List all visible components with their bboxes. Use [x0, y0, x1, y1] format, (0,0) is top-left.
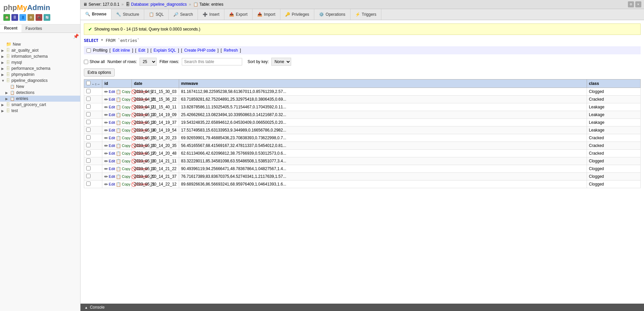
sidebar-item-perf-schema[interactable]: ▶ 🗄 performance_schema — [0, 65, 80, 71]
tab-privileges[interactable]: 🔑 Privileges — [280, 9, 314, 20]
sidebar-item-air-quality[interactable]: ▶ 🗄 air_quality_aiot — [0, 47, 80, 53]
row-checkbox[interactable] — [86, 151, 91, 155]
db-cylinder-icon: 🗄 — [6, 72, 10, 77]
row-checkbox[interactable] — [86, 166, 91, 170]
tab-recent[interactable]: Recent — [0, 24, 21, 33]
pin-icon[interactable]: 📌 — [73, 34, 79, 39]
db-icon-small[interactable]: 🗄 — [11, 14, 18, 21]
show-all-checkbox[interactable] — [84, 60, 88, 64]
search-input[interactable] — [182, 58, 242, 65]
sidebar-item-detections[interactable]: ▶ 📋 detections — [0, 90, 80, 96]
copy-link[interactable]: Copy — [122, 159, 130, 163]
edit-link[interactable]: Edit — [109, 167, 115, 171]
tab-label: Structure — [123, 12, 139, 17]
th-id[interactable]: id — [102, 80, 132, 88]
copy-link[interactable]: Copy — [122, 151, 130, 155]
copy-link[interactable]: Copy — [122, 105, 130, 109]
database-link[interactable]: Database: pipeline_diagnostics — [131, 2, 187, 7]
sidebar-item-pd-new[interactable]: 📋 New — [0, 84, 80, 90]
edit-link[interactable]: Edit — [109, 151, 115, 155]
sidebar-item-label: pipeline_diagnostics — [11, 78, 48, 83]
tab-insert[interactable]: ➕ Insert — [198, 9, 224, 20]
row-checkbox[interactable] — [86, 158, 91, 163]
row-checkbox[interactable] — [86, 182, 91, 186]
edit-link[interactable]: Edit — [109, 113, 115, 117]
console-bar[interactable]: ▲ Console — [80, 304, 644, 311]
edit-link[interactable]: Edit — [109, 159, 115, 163]
th-date[interactable]: date — [132, 80, 179, 88]
refresh-link[interactable]: Refresh — [224, 48, 238, 53]
sidebar-item-entries[interactable]: ▶ 📋 entries — [0, 96, 80, 102]
user-icon[interactable]: 👤 — [19, 14, 26, 21]
copy-link[interactable]: Copy — [122, 128, 130, 132]
th-mmwave[interactable]: mmwave — [179, 80, 587, 88]
copy-link[interactable]: Copy — [122, 90, 130, 94]
sep: ] — [240, 48, 241, 53]
row-checkbox[interactable] — [86, 97, 91, 101]
tab-sql[interactable]: 📋 SQL — [144, 9, 169, 20]
edit-link[interactable]: Edit — [109, 97, 115, 101]
row-checkbox[interactable] — [86, 143, 91, 147]
close-topbar-icon[interactable]: ✕ — [635, 1, 641, 7]
tab-favorites[interactable]: Favorites — [21, 24, 46, 33]
sidebar-item-mysql[interactable]: ▶ 🗄 mysql — [0, 59, 80, 65]
plugin-icon[interactable]: 🔌 — [36, 14, 42, 21]
copy-link[interactable]: Copy — [122, 182, 130, 186]
sidebar-item-new-top[interactable]: 📁 New — [0, 41, 80, 47]
edit-link[interactable]: Edit — [109, 136, 115, 140]
row-checkbox[interactable] — [86, 135, 91, 140]
sort-select[interactable]: Noneiddateclass — [271, 58, 291, 66]
copy-link[interactable]: Copy — [122, 167, 130, 171]
tab-export[interactable]: 📤 Export — [224, 9, 253, 20]
row-date: 2023_04_21_15_30_03 — [132, 88, 179, 96]
settings-topbar-icon[interactable]: ⚙ — [628, 1, 634, 7]
tab-operations[interactable]: ⚙️ Operations — [314, 9, 351, 20]
copy-link[interactable]: Copy — [122, 113, 130, 117]
row-checkbox-cell — [84, 96, 102, 103]
create-php-link[interactable]: Create PHP code — [184, 48, 215, 53]
sep: [ — [221, 48, 222, 53]
tab-search[interactable]: 🔎 Search — [169, 9, 198, 20]
edit-inline-link[interactable]: Edit inline — [113, 48, 130, 53]
profiling-checkbox[interactable] — [87, 48, 91, 53]
copy-link[interactable]: Copy — [122, 136, 130, 140]
edit-link[interactable]: Edit — [109, 144, 115, 148]
sidebar-item-phpmyadmin[interactable]: ▶ 🗄 phpmyadmin — [0, 71, 80, 77]
edit-link[interactable]: Edit — [138, 48, 145, 53]
copy-link[interactable]: Copy — [122, 174, 130, 178]
select-all-checkbox[interactable] — [86, 81, 91, 85]
row-checkbox[interactable] — [86, 174, 91, 178]
topbar: 🖥 Server: 127.0.0.1 » 🗄 Database: pipeli… — [80, 0, 644, 9]
row-checkbox[interactable] — [86, 112, 91, 116]
edit-link[interactable]: Edit — [109, 128, 115, 132]
edit-link[interactable]: Edit — [109, 174, 115, 178]
th-class[interactable]: class — [587, 80, 640, 88]
copy-link[interactable]: Copy — [122, 120, 130, 124]
tab-triggers[interactable]: ⚡ Triggers — [351, 9, 382, 20]
explain-sql-link[interactable]: Explain SQL — [154, 48, 176, 53]
row-checkbox[interactable] — [86, 104, 91, 109]
edit-link[interactable]: Edit — [109, 105, 115, 109]
sync-icon[interactable]: 🔄 — [44, 14, 50, 21]
settings-icon[interactable]: ⚙ — [28, 14, 34, 21]
sidebar-item-smart-grocery[interactable]: ▶ 🗄 smart_grocery_cart — [0, 102, 80, 108]
sidebar-item-pipeline[interactable]: ▼ 🗄 pipeline_diagnostics — [0, 77, 80, 84]
rows-select[interactable]: 102550100 — [140, 58, 157, 66]
copy-link[interactable]: Copy — [122, 97, 130, 101]
sidebar-item-info-schema[interactable]: ▶ 🗄 information_schema — [0, 53, 80, 59]
extra-options-button[interactable]: Extra options — [84, 68, 115, 76]
tab-label: Triggers — [362, 12, 377, 17]
row-checkbox[interactable] — [86, 120, 91, 124]
edit-link[interactable]: Edit — [109, 90, 115, 94]
edit-icon: ✏ — [104, 136, 108, 141]
home-icon[interactable]: 🏠 — [3, 14, 10, 21]
tab-import[interactable]: 📥 Import — [253, 9, 280, 20]
edit-link[interactable]: Edit — [109, 182, 115, 186]
row-checkbox[interactable] — [86, 89, 91, 93]
edit-link[interactable]: Edit — [109, 120, 115, 124]
tab-structure[interactable]: 🔧 Structure — [111, 9, 144, 20]
row-checkbox[interactable] — [86, 127, 91, 132]
copy-link[interactable]: Copy — [122, 144, 130, 148]
tab-browse[interactable]: 🔍 Browse — [80, 9, 111, 20]
sidebar-item-test[interactable]: ▶ 🗄 test — [0, 108, 80, 114]
